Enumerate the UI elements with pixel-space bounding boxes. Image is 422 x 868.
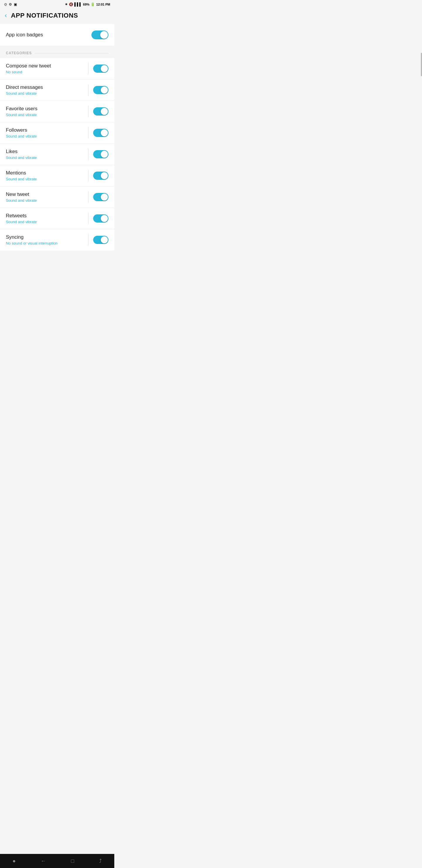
row-text: Direct messagesSound and vibrate [6, 85, 43, 96]
status-left-icons: ⊙ ⚙ ▣ [4, 2, 17, 6]
header: ‹ APP NOTIFICATIONS [0, 9, 114, 24]
row-text: Compose new tweetNo sound [6, 63, 51, 74]
bluetooth-icon: ✴ [65, 2, 68, 6]
toggle-8[interactable] [93, 236, 108, 244]
notification-row: MentionsSound and vibrate [0, 165, 114, 186]
app-icon-badges-label: App icon badges [6, 32, 43, 38]
toggle-container [85, 63, 108, 74]
notification-row: RetweetsSound and vibrate [0, 208, 114, 229]
app-icon-badges-toggle[interactable] [91, 31, 108, 39]
toggle-container [85, 234, 108, 246]
row-sublabel: Sound and vibrate [6, 177, 37, 181]
row-divider [88, 127, 89, 139]
notification-row: New tweetSound and vibrate [0, 186, 114, 208]
row-label: Favorite users [6, 106, 37, 112]
page-title: APP NOTIFICATIONS [11, 12, 78, 19]
categories-section: CATEGORIES [0, 46, 114, 58]
row-label: Retweets [6, 213, 37, 219]
row-sublabel: Sound and vibrate [6, 91, 43, 96]
toggle-1[interactable] [93, 86, 108, 94]
toggle-4[interactable] [93, 150, 108, 158]
row-text: SyncingNo sound or visual interruption [6, 234, 58, 245]
mute-icon: 🔇 [69, 2, 73, 6]
toggle-knob [101, 193, 108, 200]
notification-row: Direct messagesSound and vibrate [0, 80, 114, 101]
toggle-knob [101, 129, 108, 136]
toggle-2[interactable] [93, 107, 108, 116]
notification-row: LikesSound and vibrate [0, 144, 114, 165]
toggle-6[interactable] [93, 193, 108, 201]
toggle-container [85, 191, 108, 203]
row-label: Mentions [6, 170, 37, 176]
battery-percent: 69% [83, 3, 89, 6]
row-label: Likes [6, 149, 37, 155]
row-text: LikesSound and vibrate [6, 149, 37, 160]
back-button[interactable]: ‹ [5, 12, 7, 19]
row-divider [88, 234, 89, 246]
notification-row: Compose new tweetNo sound [0, 58, 114, 80]
spotify-icon: ⊙ [4, 2, 7, 6]
toggle-knob [101, 87, 108, 94]
row-divider [88, 191, 89, 203]
toggle-container [85, 105, 108, 117]
row-sublabel: Sound and vibrate [6, 113, 37, 117]
signal-icon: ▌▌▌ [74, 2, 82, 6]
image-icon: ▣ [14, 2, 17, 6]
toggle-knob [100, 31, 108, 39]
toggle-container [85, 170, 108, 182]
categories-label: CATEGORIES [6, 51, 32, 55]
toggle-container [85, 84, 108, 96]
toggle-7[interactable] [93, 214, 108, 223]
row-sublabel: No sound [6, 70, 51, 74]
row-sublabel: Sound and vibrate [6, 220, 37, 224]
toggle-5[interactable] [93, 172, 108, 180]
battery-icon: 🔋 [91, 2, 95, 6]
row-divider [88, 84, 89, 96]
row-text: RetweetsSound and vibrate [6, 213, 37, 224]
notifications-list: Compose new tweetNo soundDirect messages… [0, 58, 114, 250]
settings-icon: ⚙ [9, 2, 12, 6]
toggle-container [85, 148, 108, 160]
row-sublabel: No sound or visual interruption [6, 241, 58, 245]
notification-row: FollowersSound and vibrate [0, 122, 114, 144]
row-label: Direct messages [6, 85, 43, 90]
app-icon-badges-row: App icon badges [0, 24, 114, 46]
time: 12:01 PM [96, 3, 110, 6]
row-sublabel: Sound and vibrate [6, 198, 37, 203]
toggle-knob [101, 215, 108, 222]
row-divider [88, 148, 89, 160]
row-label: Compose new tweet [6, 63, 51, 69]
row-sublabel: Sound and vibrate [6, 155, 37, 160]
row-label: Followers [6, 127, 37, 133]
notification-row: Favorite usersSound and vibrate [0, 101, 114, 122]
row-label: New tweet [6, 191, 37, 197]
toggle-container [85, 213, 108, 224]
row-text: Favorite usersSound and vibrate [6, 106, 37, 117]
toggle-3[interactable] [93, 129, 108, 137]
status-bar: ⊙ ⚙ ▣ ✴ 🔇 ▌▌▌ 69% 🔋 12:01 PM [0, 0, 114, 9]
toggle-knob [101, 236, 108, 243]
row-text: FollowersSound and vibrate [6, 127, 37, 138]
toggle-knob [101, 172, 108, 179]
row-sublabel: Sound and vibrate [6, 134, 37, 138]
toggle-container [85, 127, 108, 139]
row-text: New tweetSound and vibrate [6, 191, 37, 203]
toggle-knob [101, 108, 108, 115]
row-text: MentionsSound and vibrate [6, 170, 37, 181]
row-divider [88, 63, 89, 74]
row-label: Syncing [6, 234, 58, 240]
row-divider [88, 170, 89, 182]
row-divider [88, 105, 89, 117]
status-right-icons: ✴ 🔇 ▌▌▌ 69% 🔋 12:01 PM [65, 2, 110, 6]
toggle-knob [101, 65, 108, 72]
toggle-knob [101, 151, 108, 158]
toggle-0[interactable] [93, 64, 108, 73]
notification-row: SyncingNo sound or visual interruption [0, 229, 114, 250]
row-divider [88, 213, 89, 224]
